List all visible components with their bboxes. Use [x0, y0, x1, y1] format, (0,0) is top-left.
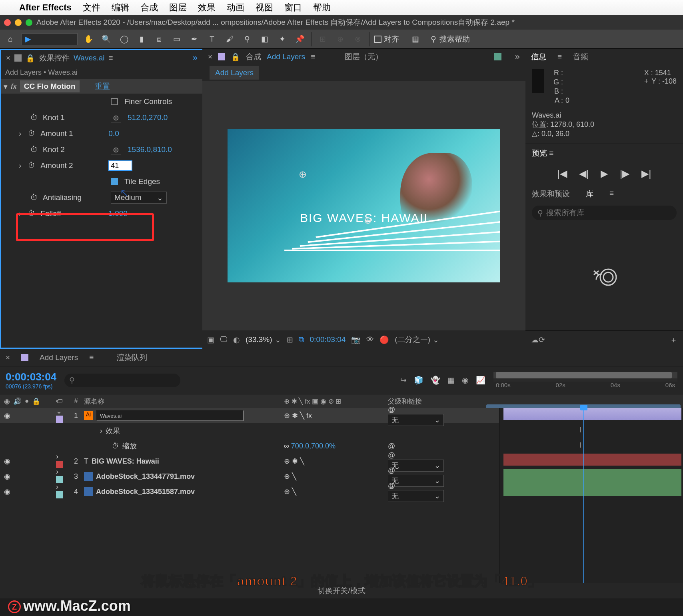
fx-badge-icon[interactable]: fx: [11, 82, 17, 91]
col-num[interactable]: #: [68, 397, 84, 405]
menu-help[interactable]: 帮助: [313, 2, 331, 14]
timeline-search[interactable]: ⚲: [64, 374, 180, 387]
menu-edit[interactable]: 编辑: [112, 2, 129, 14]
link-icon[interactable]: ∞: [284, 442, 289, 450]
eraser-tool-icon[interactable]: ◧: [258, 33, 271, 46]
rect-tool-icon[interactable]: ▭: [170, 33, 183, 46]
twirl-icon[interactable]: ›: [56, 468, 58, 476]
timecode[interactable]: 0:00:03:04: [310, 335, 346, 344]
graph-editor-icon[interactable]: 📈: [476, 376, 485, 385]
lock-header-icon[interactable]: 🔒: [32, 397, 40, 406]
val-amount2-input[interactable]: [108, 160, 132, 171]
help-search[interactable]: ⚲搜索帮助: [431, 34, 470, 44]
effect-name[interactable]: CC Flo Motion: [20, 80, 80, 92]
prop-finer-controls[interactable]: Finer Controls: [124, 97, 172, 106]
stopwatch-icon[interactable]: ⏱: [27, 209, 36, 218]
antialiasing-select[interactable]: Medium⌄: [111, 192, 167, 204]
anchor-icon[interactable]: ⊕: [364, 215, 372, 226]
render-queue-tab[interactable]: 渲染队列: [117, 352, 147, 363]
speaker-header-icon[interactable]: 🔊: [13, 397, 22, 406]
puppet-tool-icon[interactable]: 📌: [294, 33, 306, 46]
menu-window[interactable]: 窗口: [284, 2, 302, 14]
magnify-icon[interactable]: ▣: [207, 335, 214, 344]
track-bar-1[interactable]: [503, 408, 681, 420]
menu-effect[interactable]: 效果: [198, 2, 216, 14]
comp-subtab[interactable]: Add Layers: [210, 66, 259, 80]
time-ruler[interactable]: [493, 372, 677, 382]
twirl-icon[interactable]: ›: [19, 129, 21, 138]
selection-tool-icon[interactable]: ▶: [22, 33, 78, 45]
tab-library[interactable]: 库: [586, 189, 593, 199]
mask-icon[interactable]: ◐: [233, 335, 240, 344]
menu-file[interactable]: 文件: [83, 2, 100, 14]
eye-icon[interactable]: ◉: [4, 472, 10, 481]
twirl-icon[interactable]: ›: [100, 427, 102, 435]
axis-view-icon[interactable]: ⊗: [351, 33, 364, 46]
eye-icon[interactable]: ◉: [4, 411, 10, 420]
solo-header-icon[interactable]: ●: [25, 397, 29, 405]
minimize-window-icon[interactable]: [15, 19, 22, 26]
last-frame-icon[interactable]: ▶|: [641, 168, 651, 179]
stopwatch-icon[interactable]: ⏱: [29, 193, 39, 202]
draft3d-icon[interactable]: 🧊: [414, 376, 423, 385]
val-amount1[interactable]: 0.0: [108, 129, 119, 138]
menu-view[interactable]: 视图: [256, 2, 273, 14]
snapshot-icon[interactable]: 📷: [351, 335, 361, 344]
workspace-icon[interactable]: ▦: [409, 33, 422, 46]
eye-header-icon[interactable]: ◉: [4, 397, 10, 406]
val-knot1[interactable]: 512.0,270.0: [128, 113, 168, 122]
time-cursor-icon[interactable]: I: [579, 426, 581, 434]
menu-layer[interactable]: 图层: [169, 2, 187, 14]
play-icon[interactable]: ▶: [601, 168, 608, 179]
timeline-timecode[interactable]: 0:00:03:04: [6, 371, 56, 383]
expand-panel-icon[interactable]: »: [515, 52, 520, 62]
first-frame-icon[interactable]: |◀: [557, 168, 567, 179]
menu-comp[interactable]: 合成: [140, 2, 158, 14]
stopwatch-icon[interactable]: ⏱: [29, 145, 39, 154]
axis-world-icon[interactable]: ⊕: [334, 33, 347, 46]
label-header-icon[interactable]: 🏷: [56, 397, 68, 405]
orbit-tool-icon[interactable]: ◯: [118, 33, 130, 46]
track-bar-2[interactable]: [503, 454, 681, 466]
stamp-tool-icon[interactable]: ⚲: [241, 33, 254, 46]
tab-info[interactable]: 信息: [531, 52, 546, 62]
shy-icon[interactable]: 👻: [431, 376, 440, 385]
monitor-icon[interactable]: 🖵: [220, 335, 228, 344]
twirl-icon[interactable]: ›: [56, 452, 58, 460]
text-tool-icon[interactable]: T: [206, 33, 218, 46]
expand-panel-icon[interactable]: »: [193, 53, 198, 63]
twirl-icon[interactable]: ▾: [4, 82, 8, 91]
eye-icon[interactable]: ◉: [4, 457, 10, 466]
track-bar-3[interactable]: [503, 469, 681, 496]
prev-frame-icon[interactable]: ◀|: [579, 168, 589, 179]
brush-tool-icon[interactable]: 🖌: [223, 33, 236, 46]
tab-effects-presets[interactable]: 效果和预设: [532, 189, 570, 199]
close-tab-icon[interactable]: ×: [6, 353, 10, 362]
tab-preview[interactable]: 预览: [532, 149, 547, 157]
pickwhip-icon[interactable]: @: [388, 406, 395, 414]
roto-tool-icon[interactable]: ✦: [276, 33, 289, 46]
layer-name-input[interactable]: [96, 410, 244, 421]
twirl-icon[interactable]: ›: [19, 209, 21, 218]
stopwatch-icon[interactable]: ⏱: [27, 129, 36, 138]
playhead[interactable]: [583, 408, 584, 583]
grid-icon[interactable]: ⊞: [287, 335, 293, 344]
zoom-window-icon[interactable]: [26, 19, 32, 26]
time-cursor-icon[interactable]: I: [579, 441, 581, 450]
pickwhip-icon[interactable]: @: [388, 442, 395, 450]
home-icon[interactable]: ⌂: [4, 33, 17, 46]
prop-tile-edges[interactable]: Tile Edges: [124, 177, 160, 186]
resolution-select[interactable]: (二分之一)⌄: [395, 334, 439, 345]
cloud-sync-icon[interactable]: ☁⟳: [531, 335, 545, 344]
col-parent[interactable]: 父级和链接: [388, 397, 484, 406]
composition-viewer[interactable]: BIG WAVES: HAWAII ⊕ ⊕: [228, 129, 500, 282]
anchor-icon[interactable]: ⊕: [299, 169, 307, 180]
pickwhip-icon[interactable]: @: [388, 466, 395, 474]
panel-layer-link[interactable]: Waves.ai: [74, 54, 104, 62]
checked-icon[interactable]: [111, 178, 118, 185]
track-area[interactable]: I I: [499, 408, 683, 583]
zoom-tool-icon[interactable]: 🔍: [100, 33, 113, 46]
pan-behind-tool-icon[interactable]: ⧈: [153, 33, 166, 46]
app-name[interactable]: After Effects: [19, 2, 72, 13]
close-tab-icon[interactable]: ×: [208, 52, 212, 61]
